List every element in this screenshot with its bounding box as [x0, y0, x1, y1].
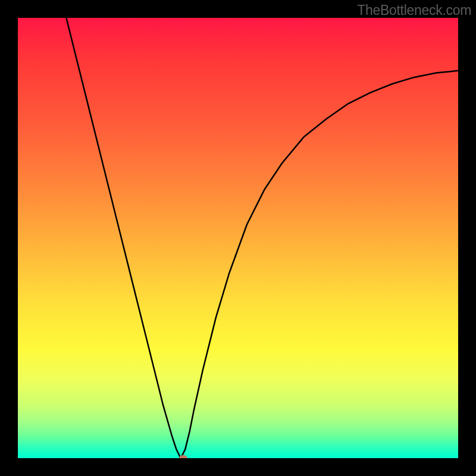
bottleneck-curve-line — [66, 18, 458, 458]
curve-svg — [18, 18, 458, 458]
plot-area — [18, 18, 458, 458]
watermark-text: TheBottleneck.com — [357, 2, 471, 18]
optimal-point-marker — [179, 455, 187, 458]
chart-container: TheBottleneck.com — [0, 0, 476, 476]
